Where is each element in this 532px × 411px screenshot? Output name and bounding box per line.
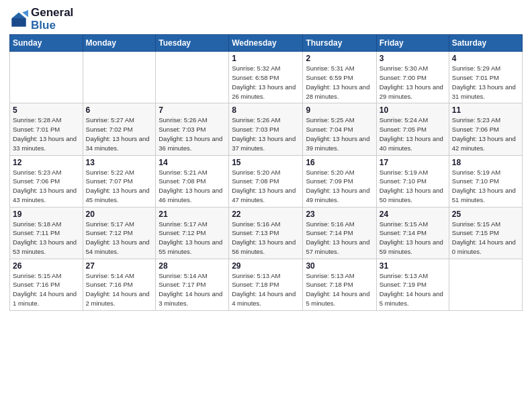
day-number: 17 (380, 158, 446, 167)
weekday-header-thursday: Thursday (303, 35, 376, 52)
calendar-cell: 22Sunrise: 5:16 AM Sunset: 7:13 PM Dayli… (229, 207, 303, 259)
day-number: 26 (13, 261, 80, 271)
day-info: Sunrise: 5:17 AM Sunset: 7:12 PM Dayligh… (86, 220, 153, 257)
day-info: Sunrise: 5:30 AM Sunset: 7:00 PM Dayligh… (380, 64, 446, 101)
svg-marker-1 (22, 10, 28, 17)
calendar-table: SundayMondayTuesdayWednesdayThursdayFrid… (9, 34, 523, 310)
logo-icon (9, 10, 28, 29)
day-info: Sunrise: 5:14 AM Sunset: 7:16 PM Dayligh… (86, 271, 153, 308)
weekday-header-tuesday: Tuesday (156, 35, 229, 52)
calendar-cell: 16Sunrise: 5:20 AM Sunset: 7:09 PM Dayli… (303, 155, 376, 207)
calendar-cell: 7Sunrise: 5:26 AM Sunset: 7:03 PM Daylig… (156, 103, 229, 155)
day-info: Sunrise: 5:31 AM Sunset: 6:59 PM Dayligh… (306, 64, 373, 101)
calendar-cell: 21Sunrise: 5:17 AM Sunset: 7:12 PM Dayli… (156, 207, 229, 259)
calendar-week-5: 26Sunrise: 5:15 AM Sunset: 7:16 PM Dayli… (10, 259, 523, 310)
day-number: 14 (159, 158, 226, 167)
day-number: 23 (306, 210, 373, 219)
calendar-cell: 2Sunrise: 5:31 AM Sunset: 6:59 PM Daylig… (303, 52, 376, 103)
calendar-cell: 26Sunrise: 5:15 AM Sunset: 7:16 PM Dayli… (10, 259, 83, 310)
day-number: 30 (306, 261, 373, 271)
weekday-header-wednesday: Wednesday (229, 35, 303, 52)
logo: General Blue (9, 7, 73, 32)
day-info: Sunrise: 5:16 AM Sunset: 7:13 PM Dayligh… (232, 220, 300, 257)
day-info: Sunrise: 5:24 AM Sunset: 7:05 PM Dayligh… (380, 116, 446, 152)
calendar-week-3: 12Sunrise: 5:23 AM Sunset: 7:06 PM Dayli… (10, 155, 523, 207)
calendar-cell: 8Sunrise: 5:26 AM Sunset: 7:03 PM Daylig… (229, 103, 303, 155)
day-number: 9 (306, 105, 373, 115)
day-info: Sunrise: 5:26 AM Sunset: 7:03 PM Dayligh… (159, 116, 226, 152)
calendar-cell: 11Sunrise: 5:23 AM Sunset: 7:06 PM Dayli… (449, 103, 522, 155)
day-info: Sunrise: 5:28 AM Sunset: 7:01 PM Dayligh… (13, 116, 80, 152)
calendar-cell: 28Sunrise: 5:14 AM Sunset: 7:17 PM Dayli… (156, 259, 229, 310)
calendar-cell: 24Sunrise: 5:15 AM Sunset: 7:14 PM Dayli… (376, 207, 449, 259)
calendar-cell: 27Sunrise: 5:14 AM Sunset: 7:16 PM Dayli… (83, 259, 156, 310)
calendar-cell: 17Sunrise: 5:19 AM Sunset: 7:10 PM Dayli… (376, 155, 449, 207)
weekday-header-sunday: Sunday (10, 35, 83, 52)
day-number: 15 (232, 158, 300, 167)
weekday-header-friday: Friday (376, 35, 449, 52)
calendar-cell: 5Sunrise: 5:28 AM Sunset: 7:01 PM Daylig… (10, 103, 83, 155)
calendar-cell: 29Sunrise: 5:13 AM Sunset: 7:18 PM Dayli… (229, 259, 303, 310)
calendar-cell: 3Sunrise: 5:30 AM Sunset: 7:00 PM Daylig… (376, 52, 449, 103)
day-number: 3 (380, 54, 446, 63)
day-info: Sunrise: 5:18 AM Sunset: 7:11 PM Dayligh… (13, 220, 80, 257)
calendar-cell: 20Sunrise: 5:17 AM Sunset: 7:12 PM Dayli… (83, 207, 156, 259)
day-info: Sunrise: 5:27 AM Sunset: 7:02 PM Dayligh… (86, 116, 153, 152)
weekday-header-monday: Monday (83, 35, 156, 52)
day-number: 20 (86, 210, 153, 219)
day-number: 4 (452, 54, 519, 63)
day-number: 29 (232, 261, 300, 271)
calendar-cell: 23Sunrise: 5:16 AM Sunset: 7:14 PM Dayli… (303, 207, 376, 259)
day-number: 10 (380, 105, 446, 115)
calendar-cell (83, 52, 156, 103)
day-info: Sunrise: 5:32 AM Sunset: 6:58 PM Dayligh… (232, 64, 300, 101)
day-number: 5 (13, 105, 80, 115)
day-info: Sunrise: 5:13 AM Sunset: 7:18 PM Dayligh… (232, 271, 300, 308)
calendar-cell: 4Sunrise: 5:29 AM Sunset: 7:01 PM Daylig… (449, 52, 522, 103)
calendar-cell (156, 52, 229, 103)
calendar-week-4: 19Sunrise: 5:18 AM Sunset: 7:11 PM Dayli… (10, 207, 523, 259)
weekday-header-saturday: Saturday (449, 35, 522, 52)
day-number: 12 (13, 158, 80, 167)
calendar-cell: 19Sunrise: 5:18 AM Sunset: 7:11 PM Dayli… (10, 207, 83, 259)
calendar-week-2: 5Sunrise: 5:28 AM Sunset: 7:01 PM Daylig… (10, 103, 523, 155)
day-number: 21 (159, 210, 226, 219)
day-info: Sunrise: 5:20 AM Sunset: 7:08 PM Dayligh… (232, 168, 300, 205)
calendar-cell: 1Sunrise: 5:32 AM Sunset: 6:58 PM Daylig… (229, 52, 303, 103)
day-info: Sunrise: 5:19 AM Sunset: 7:10 PM Dayligh… (380, 168, 446, 205)
day-info: Sunrise: 5:14 AM Sunset: 7:17 PM Dayligh… (159, 271, 226, 308)
calendar-cell: 31Sunrise: 5:13 AM Sunset: 7:19 PM Dayli… (376, 259, 449, 310)
day-number: 16 (306, 158, 373, 167)
day-info: Sunrise: 5:23 AM Sunset: 7:06 PM Dayligh… (13, 168, 80, 205)
day-number: 19 (13, 210, 80, 219)
day-info: Sunrise: 5:23 AM Sunset: 7:06 PM Dayligh… (452, 116, 519, 152)
day-number: 13 (86, 158, 153, 167)
day-info: Sunrise: 5:26 AM Sunset: 7:03 PM Dayligh… (232, 116, 300, 152)
day-info: Sunrise: 5:15 AM Sunset: 7:16 PM Dayligh… (13, 271, 80, 308)
calendar-cell: 30Sunrise: 5:13 AM Sunset: 7:18 PM Dayli… (303, 259, 376, 310)
day-number: 7 (159, 105, 226, 115)
page-container: General Blue SundayMondayTuesdayWednesda… (0, 0, 532, 318)
calendar-cell: 25Sunrise: 5:15 AM Sunset: 7:15 PM Dayli… (449, 207, 522, 259)
day-number: 11 (452, 105, 519, 115)
calendar-cell: 13Sunrise: 5:22 AM Sunset: 7:07 PM Dayli… (83, 155, 156, 207)
day-info: Sunrise: 5:13 AM Sunset: 7:18 PM Dayligh… (306, 271, 373, 308)
calendar-cell (10, 52, 83, 103)
day-info: Sunrise: 5:16 AM Sunset: 7:14 PM Dayligh… (306, 220, 373, 257)
header: General Blue (9, 7, 523, 32)
calendar-cell: 9Sunrise: 5:25 AM Sunset: 7:04 PM Daylig… (303, 103, 376, 155)
calendar-cell: 18Sunrise: 5:19 AM Sunset: 7:10 PM Dayli… (449, 155, 522, 207)
day-info: Sunrise: 5:15 AM Sunset: 7:14 PM Dayligh… (380, 220, 446, 257)
logo-text: General Blue (31, 7, 73, 32)
day-number: 1 (232, 54, 300, 63)
day-number: 22 (232, 210, 300, 219)
weekday-header-row: SundayMondayTuesdayWednesdayThursdayFrid… (10, 35, 523, 52)
calendar-cell (449, 259, 522, 310)
calendar-week-1: 1Sunrise: 5:32 AM Sunset: 6:58 PM Daylig… (10, 52, 523, 103)
day-number: 28 (159, 261, 226, 271)
day-number: 18 (452, 158, 519, 167)
calendar-cell: 10Sunrise: 5:24 AM Sunset: 7:05 PM Dayli… (376, 103, 449, 155)
calendar-cell: 15Sunrise: 5:20 AM Sunset: 7:08 PM Dayli… (229, 155, 303, 207)
day-number: 24 (380, 210, 446, 219)
day-info: Sunrise: 5:15 AM Sunset: 7:15 PM Dayligh… (452, 220, 519, 257)
